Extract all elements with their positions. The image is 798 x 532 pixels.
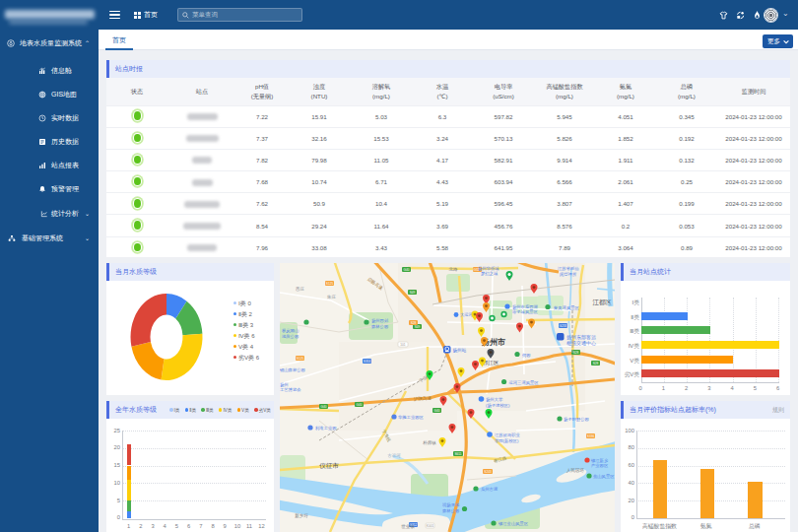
svg-text:S28: S28: [593, 362, 599, 366]
svg-text:焦山风景区: 焦山风景区: [593, 474, 615, 479]
svg-text:S336: S336: [587, 434, 595, 438]
svg-text:S611: S611: [454, 452, 461, 456]
svg-text:S28: S28: [573, 351, 579, 355]
svg-text:枢纽交通中心: 枢纽交通中心: [566, 340, 596, 346]
svg-text:G40: G40: [320, 405, 326, 409]
svg-text:人民囚塔: 人民囚塔: [566, 468, 585, 473]
svg-text:S243: S243: [484, 470, 492, 474]
svg-text:江都区: 江都区: [592, 299, 612, 306]
svg-text:G40: G40: [433, 409, 439, 413]
svg-text:朱庄: 朱庄: [327, 295, 337, 299]
svg-text:S353: S353: [364, 360, 371, 364]
svg-text:地质公园: 地质公园: [281, 334, 299, 339]
svg-text:工艺博览会: 工艺博览会: [280, 387, 301, 392]
svg-text:江苏省邵仙: 江苏省邵仙: [558, 266, 578, 271]
svg-text:S49: S49: [410, 291, 416, 295]
svg-text:S125: S125: [326, 282, 334, 286]
svg-text:S125: S125: [297, 357, 304, 361]
svg-text:运河三湾风景区: 运河三湾风景区: [509, 380, 540, 385]
svg-text:G40: G40: [356, 403, 362, 407]
svg-text:K001: K001: [427, 524, 434, 528]
svg-text:镇江金山风景区: 镇江金山风景区: [498, 521, 529, 526]
svg-text:西庄: 西庄: [296, 286, 305, 292]
svg-text:瓜州古渡: 瓜州古渡: [481, 487, 499, 492]
svg-text:古运河: 古运河: [387, 453, 401, 458]
svg-text:铜山森林公园: 铜山森林公园: [280, 367, 305, 372]
svg-text:世业镇: 世业镇: [401, 524, 415, 529]
svg-text:枞岚隰山: 枞岚隰山: [282, 328, 299, 333]
svg-text:G40: G40: [403, 268, 409, 272]
svg-text:学院(新校区): 学院(新校区): [495, 438, 519, 443]
svg-text:华施工业园区: 华施工业园区: [398, 415, 424, 420]
svg-text:茱奥湾风景区: 茱奥湾风景区: [554, 305, 579, 310]
svg-text:森林公园: 森林公园: [442, 508, 459, 513]
svg-text:仪征市: 仪征市: [319, 462, 339, 469]
svg-text:北路: 北路: [449, 267, 459, 272]
svg-text:森林公园: 森林公园: [371, 324, 388, 329]
svg-text:利淮工业园: 利淮工业园: [315, 426, 336, 431]
svg-text:产业园区: 产业园区: [591, 463, 609, 468]
svg-text:G233: G233: [560, 324, 567, 328]
svg-text:101: 101: [400, 343, 406, 347]
svg-text:江苏旅游职业: 江苏旅游职业: [495, 432, 520, 437]
svg-text:新乡圩: 新乡圩: [295, 513, 308, 518]
svg-text:S28: S28: [411, 321, 417, 325]
svg-text:唐子城风景区: 唐子城风景区: [512, 309, 538, 314]
svg-text:S49: S49: [415, 325, 421, 329]
svg-text:朴席镇: 朴席镇: [422, 440, 436, 445]
